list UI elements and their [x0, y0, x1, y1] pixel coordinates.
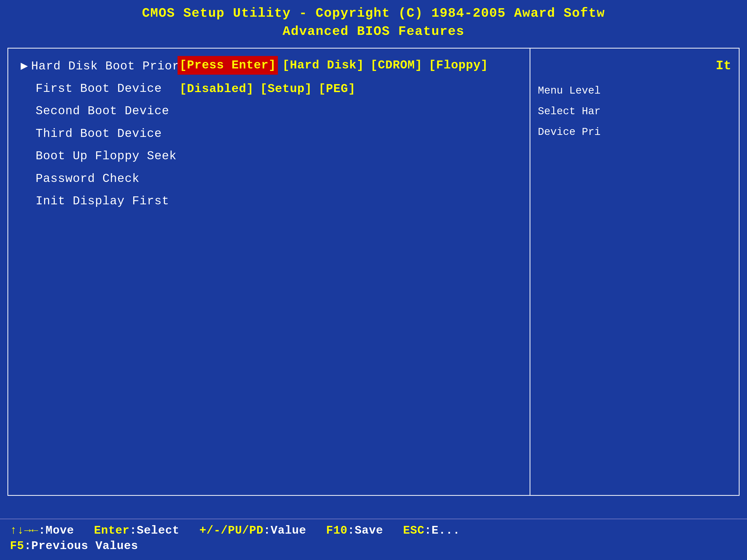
footer-esc: ESC:E...: [403, 524, 460, 537]
footer-value: +/-/PU/PD:Value: [200, 524, 306, 537]
left-panel: ▶ Hard Disk Boot Priority First Boot Dev…: [7, 48, 531, 496]
right-panel-select-har: Select Har: [538, 104, 731, 119]
footer-select: Enter:Select: [94, 524, 179, 537]
footer-row-1: ↑↓→←:Move Enter:Select +/-/PU/PD:Value F…: [10, 524, 737, 537]
menu-item-password-check[interactable]: Password Check: [21, 171, 517, 186]
right-panel-device-pri: Device Pri: [538, 125, 731, 140]
dropdown-item-peg[interactable]: [PEG]: [316, 80, 358, 98]
footer-save: F10:Save: [326, 524, 383, 537]
dropdown-item-cdrom[interactable]: [CDROM]: [368, 56, 424, 75]
menu-item-init-display-first[interactable]: Init Display First: [21, 193, 517, 209]
dropdown-item-disabled[interactable]: [Disabled]: [178, 80, 256, 98]
arrow-icon: ▶: [21, 58, 28, 74]
dropdown-item-hard-disk[interactable]: [Hard Disk]: [280, 56, 366, 75]
dropdown-item-setup[interactable]: [Setup]: [258, 80, 314, 98]
footer: ↑↓→←:Move Enter:Select +/-/PU/PD:Value F…: [0, 519, 747, 560]
header-subtitle: Advanced BIOS Features: [0, 23, 747, 41]
menu-item-second-boot-device[interactable]: Second Boot Device: [21, 103, 517, 119]
footer-move: ↑↓→←:Move: [10, 524, 74, 537]
footer-previous-values: F5:Previous Values: [10, 540, 138, 553]
dropdown-item-floppy[interactable]: [Floppy]: [427, 56, 490, 75]
dropdown-item-press-enter[interactable]: [Press Enter]: [178, 56, 278, 75]
header-title: CMOS Setup Utility - Copyright (C) 1984-…: [0, 4, 747, 23]
footer-row-2: F5:Previous Values: [10, 540, 737, 553]
right-panel: It Menu Level Select Har Device Pri: [531, 48, 740, 496]
dropdown-panel: [Press Enter] [Hard Disk] [CDROM] [Flopp…: [178, 56, 530, 103]
right-panel-menu-level: Menu Level: [538, 83, 731, 99]
menu-item-boot-up-floppy-seek[interactable]: Boot Up Floppy Seek: [21, 148, 517, 164]
right-panel-title: It: [538, 58, 731, 73]
menu-item-third-boot-device[interactable]: Third Boot Device: [21, 126, 517, 141]
bios-header: CMOS Setup Utility - Copyright (C) 1984-…: [0, 0, 747, 43]
main-area: ▶ Hard Disk Boot Priority First Boot Dev…: [7, 48, 740, 496]
